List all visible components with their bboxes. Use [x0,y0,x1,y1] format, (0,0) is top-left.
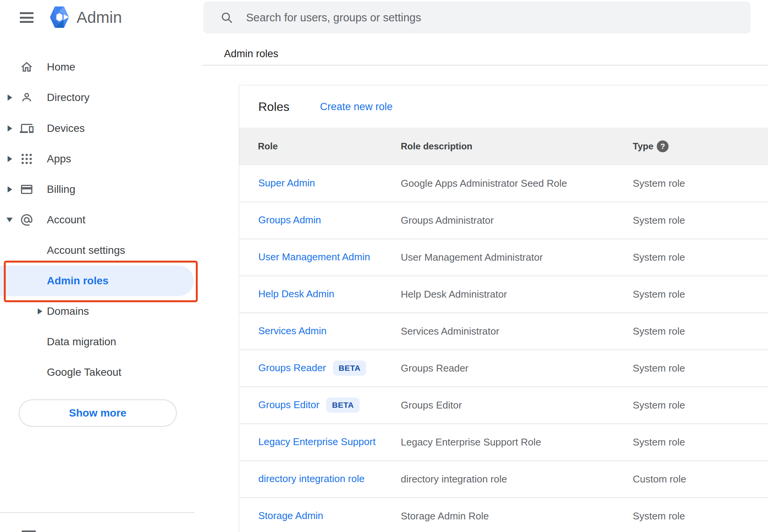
show-more-button[interactable]: Show more [19,399,177,427]
apps-grid-icon [20,152,34,166]
panel-title: Roles [258,99,290,114]
sidebar-item-apps[interactable]: Apps [0,144,202,174]
search-bar[interactable] [203,2,750,34]
role-description: Storage Admin Role [401,510,489,522]
sidebar-item-label: Account [47,214,85,226]
sidebar-item-label: Account settings [47,244,125,256]
expand-arrow-icon [38,308,42,314]
sidebar-item-home[interactable]: Home [0,52,202,82]
role-type: System role [633,177,685,189]
roles-panel-header: Roles Create new role [239,85,768,128]
role-description: Google Apps Administrator Seed Role [401,177,567,189]
table-row: Groups Reader BETA Groups Reader System … [239,349,768,387]
person-icon [20,91,34,104]
partial-icon-bottom [22,530,36,532]
roles-panel: Roles Create new role Role Role descript… [239,85,768,532]
table-row: Storage Admin Storage Admin Role System … [239,497,768,532]
role-link[interactable]: directory integration role [258,473,365,485]
table-row: User Management Admin User Management Ad… [239,239,768,276]
sidebar-item-label: Data migration [47,336,116,348]
help-icon[interactable]: ? [657,140,669,152]
role-type: System role [633,288,685,300]
column-header-description: Role description [401,141,472,152]
table-row: Super Admin Google Apps Administrator Se… [239,165,768,202]
role-type: System role [633,510,685,522]
beta-badge: BETA [333,361,366,376]
sidebar-item-label: Home [47,61,75,73]
role-link[interactable]: User Management Admin [258,251,370,263]
sidebar-item-label: Google Takeout [47,366,122,378]
role-description: Help Desk Administrator [401,288,507,300]
role-description: Groups Editor [401,399,462,411]
role-type: System role [633,436,685,448]
expand-arrow-icon [8,186,12,192]
role-link[interactable]: Groups Admin [258,214,321,226]
role-description: Groups Administrator [401,214,494,226]
expand-arrow-icon [8,95,12,101]
at-email-icon [20,213,34,227]
breadcrumb: Admin roles [224,48,278,60]
search-icon [220,11,233,26]
sidebar-item-data-migration[interactable]: Data migration [0,327,202,357]
role-description: User Management Administrator [401,251,543,263]
role-description: directory integration role [401,473,507,485]
create-new-role-link[interactable]: Create new role [320,101,393,112]
table-row: directory integration role directory int… [239,460,768,498]
role-type: System role [633,214,685,226]
role-link[interactable]: Help Desk Admin [258,288,334,300]
table-row: Help Desk Admin Help Desk Administrator … [239,276,768,313]
home-icon [20,60,34,74]
beta-badge: BETA [326,397,360,413]
column-header-type: Type [633,141,653,152]
table-header-row: Role Role description Type ? [239,128,768,165]
sidebar-item-account-settings[interactable]: Account settings [0,235,202,266]
column-header-role: Role [258,141,278,152]
collapse-arrow-icon [6,218,13,222]
sidebar-item-directory[interactable]: Directory [0,82,202,113]
role-link[interactable]: Services Admin [258,325,326,337]
table-row: Legacy Enterprise Support Legacy Enterpr… [239,423,768,461]
sidebar-divider [0,512,194,513]
role-type: System role [633,362,685,374]
role-type: System role [633,251,685,263]
sidebar-item-label: Apps [47,153,71,165]
sidebar-item-domains[interactable]: Domains [0,296,202,327]
role-type: System role [633,399,685,411]
sidebar-item-label: Billing [47,183,75,195]
role-description: Services Administrator [401,325,499,337]
search-input[interactable] [246,2,741,34]
table-row: Services Admin Services Administrator Sy… [239,312,768,350]
table-row: Groups Editor BETA Groups Editor System … [239,386,768,424]
role-type: System role [633,325,685,337]
table-row: Groups Admin Groups Administrator System… [239,202,768,239]
role-description: Groups Reader [401,362,469,374]
sidebar-nav: Home Directory Devices Apps Billin [0,0,202,532]
sidebar-item-account[interactable]: Account [0,205,202,235]
role-description: Legacy Enterprise Support Role [401,436,541,448]
role-link[interactable]: Groups Reader [258,362,326,374]
sidebar-item-label: Devices [47,122,85,135]
sidebar-item-label: Admin roles [47,275,109,287]
credit-card-icon [20,183,34,196]
role-link[interactable]: Legacy Enterprise Support [258,436,376,448]
devices-icon [20,122,34,135]
role-type: Custom role [633,473,686,485]
sidebar-item-billing[interactable]: Billing [0,174,202,205]
role-link[interactable]: Super Admin [258,177,315,189]
sidebar-item-label: Directory [47,91,90,104]
content-divider [203,65,768,66]
role-link[interactable]: Groups Editor [258,399,319,411]
sidebar-item-google-takeout[interactable]: Google Takeout [0,357,202,388]
show-more-label: Show more [69,407,126,419]
expand-arrow-icon [8,125,12,131]
role-link[interactable]: Storage Admin [258,510,323,522]
sidebar-item-label: Domains [47,305,89,317]
expand-arrow-icon [8,156,12,162]
sidebar-item-admin-roles-selected[interactable]: Admin roles [0,266,194,296]
sidebar-item-devices[interactable]: Devices [0,113,202,144]
